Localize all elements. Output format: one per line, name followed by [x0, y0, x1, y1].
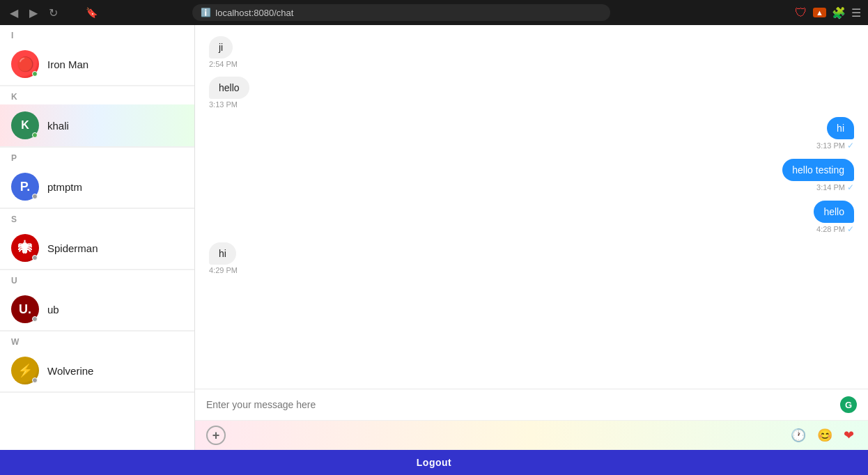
contacts-sidebar: I 🔴 Iron Man K K khali P P. ptmpt — [0, 25, 195, 450]
clock-button[interactable]: 🕐 — [788, 425, 809, 446]
contact-name-khali: khali — [47, 120, 69, 132]
offline-indicator-wolverine — [32, 377, 38, 383]
avatar-ptmptm: P. — [11, 173, 39, 201]
read-check-hi: ✓ — [847, 141, 854, 150]
input-area: G + 🕐 😊 ❤ — [195, 389, 868, 450]
logout-button[interactable]: Logout — [417, 457, 451, 468]
online-indicator — [32, 71, 38, 77]
toolbar-row: + 🕐 😊 ❤ — [195, 421, 868, 450]
section-label-s: S — [0, 209, 194, 227]
contact-name-wolverine: Wolverine — [47, 365, 93, 377]
contact-name-iron-man: Iron Man — [47, 59, 88, 70]
avatar-iron-man: 🔴 — [11, 50, 39, 78]
section-label-i: I — [0, 25, 194, 43]
url-text: localhost:8080/chat — [215, 8, 293, 18]
heart-button[interactable]: ❤ — [841, 425, 857, 446]
message-time-hello-right2: 4:28 PM ✓ — [816, 224, 854, 234]
message-group-ji: ji 2:54 PM — [209, 36, 854, 68]
contact-name-ptmptm: ptmptm — [47, 181, 82, 193]
contact-name-ub: ub — [47, 304, 59, 316]
message-time-hi-left: 4:29 PM — [209, 266, 238, 274]
contact-item-ub[interactable]: U. ub — [0, 288, 194, 331]
section-label-p: P — [0, 148, 194, 166]
contact-item-spiderman[interactable]: 🕷 Spiderman — [0, 227, 194, 270]
message-time-hi-right: 3:13 PM ✓ — [816, 141, 854, 150]
message-group-hi-right: hi 3:13 PM ✓ — [209, 117, 854, 150]
section-label-u: U — [0, 270, 194, 288]
bubble-hi-left: hi — [209, 242, 236, 265]
offline-indicator-spiderman — [32, 255, 38, 260]
contact-item-ptmptm[interactable]: P. ptmptm — [0, 166, 194, 208]
bubble-hello-testing: hello testing — [782, 159, 854, 181]
message-time-hello-testing: 3:14 PM ✓ — [816, 182, 854, 192]
app-container: I 🔴 Iron Man K K khali P P. ptmpt — [0, 25, 868, 450]
message-group-hello-left: hello 3:13 PM — [209, 77, 854, 109]
emoji-button[interactable]: 😊 — [814, 425, 835, 446]
browser-chrome: ◀ ▶ ↻ 🔖 ℹ️ localhost:8080/chat 🛡 ▲ 🧩 ☰ — [0, 0, 868, 25]
contact-item-iron-man[interactable]: 🔴 Iron Man — [0, 43, 194, 86]
avatar-ub: U. — [11, 295, 39, 323]
alert-icon: ▲ — [813, 8, 826, 17]
message-group-hi-left: hi 4:29 PM — [209, 242, 854, 274]
reload-button[interactable]: ↻ — [46, 5, 61, 21]
message-time-ji: 2:54 PM — [209, 60, 238, 68]
contact-name-spiderman: Spiderman — [47, 242, 98, 254]
menu-icon: ☰ — [851, 6, 861, 20]
avatar-khali: K — [11, 111, 39, 139]
contact-item-khali[interactable]: K khali — [0, 104, 194, 147]
contact-item-wolverine[interactable]: ⚡ Wolverine — [0, 350, 194, 392]
add-attachment-button[interactable]: + — [206, 426, 226, 445]
section-label-w: W — [0, 332, 194, 350]
message-time-hello-left: 3:13 PM — [209, 100, 238, 109]
message-group-hello-testing: hello testing 3:14 PM ✓ — [209, 159, 854, 192]
offline-indicator-ub — [32, 316, 38, 322]
back-button[interactable]: ◀ — [7, 5, 21, 21]
section-label-k: K — [0, 86, 194, 104]
input-row: G — [195, 389, 868, 421]
bubble-hello-right2: hello — [814, 201, 854, 223]
bubble-hi-right: hi — [827, 117, 854, 139]
read-check-hello2: ✓ — [847, 224, 854, 234]
online-indicator-khali — [32, 132, 38, 138]
bubble-ji: ji — [209, 36, 233, 59]
logout-bar: Logout — [0, 450, 868, 475]
brave-shield-icon: 🛡 — [795, 6, 807, 20]
offline-indicator-ptmptm — [32, 194, 38, 199]
message-input[interactable] — [206, 399, 840, 410]
avatar-wolverine: ⚡ — [11, 357, 39, 384]
url-bar[interactable]: ℹ️ localhost:8080/chat — [192, 4, 610, 21]
browser-extension-icons: 🛡 ▲ 🧩 ☰ — [795, 6, 861, 20]
read-check-testing: ✓ — [847, 182, 854, 192]
forward-button[interactable]: ▶ — [26, 5, 40, 21]
bookmark-icon: 🔖 — [86, 7, 98, 18]
messages-list: ji 2:54 PM hello 3:13 PM hi 3:13 PM ✓ — [195, 25, 868, 389]
avatar-spiderman: 🕷 — [11, 234, 39, 262]
bubble-hello-left: hello — [209, 77, 249, 99]
extensions-icon: 🧩 — [832, 6, 846, 20]
message-group-hello-right2: hello 4:28 PM ✓ — [209, 201, 854, 234]
grammarly-icon: G — [840, 396, 857, 413]
lock-icon: ℹ️ — [201, 8, 211, 17]
chat-area: ji 2:54 PM hello 3:13 PM hi 3:13 PM ✓ — [195, 25, 868, 450]
